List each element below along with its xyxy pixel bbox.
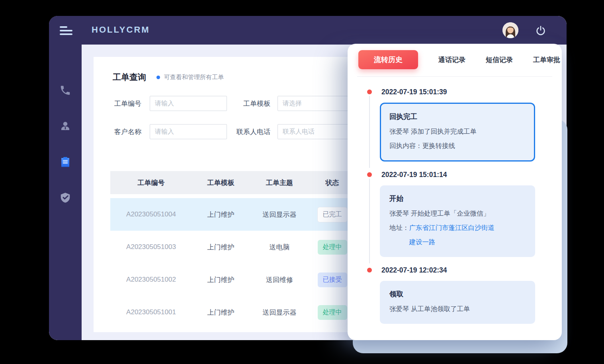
cell-subject: 送回显示器 — [250, 210, 309, 219]
col-header-order-id: 工单编号 — [110, 178, 192, 187]
timeline-connector — [369, 179, 370, 263]
status-badge: 已接受 — [318, 273, 347, 287]
timeline-card-started[interactable]: 开始 张爱琴 开始处理工单「企业微信」 地址： 广东省江门市蓬江区白沙街道 建设… — [380, 185, 535, 257]
timeline-card-line: 回执内容：更换转接线 — [389, 138, 526, 153]
cell-template: 上门维护 — [192, 275, 250, 284]
sidebar-item-calls[interactable] — [59, 84, 72, 97]
cell-subject: 送电脑 — [250, 243, 309, 252]
status-badge: 已完工 — [317, 207, 348, 222]
contacts-icon — [59, 120, 71, 132]
avatar-image — [502, 22, 518, 38]
filter-label-customer: 客户名称 — [114, 127, 150, 136]
timeline-timestamp: 2022-07-19 15:01:39 — [381, 87, 547, 97]
timeline-dot-icon — [367, 90, 372, 94]
table-row[interactable]: A202305051003 上门维护 送电脑 处理中 — [110, 231, 373, 263]
tab-circulation-history[interactable]: 流转历史 — [358, 50, 418, 69]
table-row[interactable]: A202305051002 上门维护 送回维修 已接受 — [110, 263, 373, 296]
tab-call-records[interactable]: 通话记录 — [438, 55, 465, 64]
order-id-input[interactable] — [150, 96, 227, 111]
timeline-card-title: 开始 — [389, 193, 526, 204]
cell-order-id: A202305051002 — [110, 276, 192, 284]
menu-icon[interactable] — [60, 26, 72, 35]
sidebar-nav — [49, 84, 82, 204]
timeline-dot-icon — [367, 172, 372, 177]
page-subtitle: 可查看和管理所有工单 — [164, 74, 224, 81]
workorder-table: 工单编号 工单模板 工单主题 状态 A202305051004 上门维护 送回显… — [110, 171, 373, 329]
orders-icon — [59, 156, 71, 168]
app-logo: HOLLYCRM — [92, 25, 150, 35]
power-icon[interactable] — [536, 25, 546, 36]
sidebar-item-contacts[interactable] — [59, 119, 72, 133]
cell-template: 上门维护 — [192, 210, 250, 219]
customer-name-input[interactable] — [150, 124, 227, 139]
phone-icon — [59, 84, 71, 96]
timeline-connector — [369, 96, 370, 168]
cell-order-id: A202305051004 — [110, 210, 192, 218]
table-header: 工单编号 工单模板 工单主题 状态 — [110, 171, 373, 194]
timeline-timestamp: 2022-07-19 15:01:14 — [381, 169, 547, 180]
cell-subject: 送回维修 — [250, 275, 309, 284]
timeline-entry: 2022-07-19 15:01:39 回执完工 张爱琴 添加了回执并完成工单 … — [367, 87, 547, 162]
timeline-dot-icon — [367, 268, 372, 273]
cell-template: 上门维护 — [192, 308, 250, 317]
subtitle-dot-icon — [156, 76, 160, 79]
timeline-card-title: 领取 — [389, 288, 526, 300]
filter-label-phone: 联系人电话 — [237, 127, 270, 136]
timeline: 2022-07-19 15:01:39 回执完工 张爱琴 添加了回执并完成工单 … — [348, 77, 562, 324]
filter-label-template: 工单模板 — [243, 99, 270, 108]
status-badge: 处理中 — [318, 240, 347, 255]
filter-label-order-id: 工单编号 — [114, 99, 150, 108]
sidebar-item-security[interactable] — [59, 191, 72, 204]
sidebar-item-workorders[interactable] — [59, 155, 72, 169]
table-row[interactable]: A202305051001 上门维护 送回显示器 处理中 — [110, 296, 373, 329]
timeline-card-title: 回执完工 — [389, 111, 526, 123]
timeline-card-line: 张爱琴 从工单池领取了工单 — [389, 302, 526, 316]
tab-workorder-approval[interactable]: 工单审批 — [533, 55, 560, 64]
cell-order-id: A202305051001 — [110, 308, 192, 316]
timeline-entry: 2022-07-19 15:01:14 开始 张爱琴 开始处理工单「企业微信」 … — [367, 169, 547, 257]
tab-sms-records[interactable]: 短信记录 — [486, 55, 513, 64]
timeline-timestamp: 2022-07-19 12:02:34 — [381, 265, 547, 275]
address-link[interactable]: 广东省江门市蓬江区白沙街道 建设一路 — [409, 220, 495, 249]
page-title: 工单查询 — [113, 72, 146, 83]
cell-order-id: A202305051003 — [110, 243, 192, 251]
cell-subject: 送回显示器 — [250, 308, 309, 317]
col-header-template: 工单模板 — [192, 178, 250, 187]
timeline-card-claimed[interactable]: 领取 张爱琴 从工单池领取了工单 — [380, 281, 535, 324]
cell-template: 上门维护 — [192, 243, 250, 252]
user-avatar[interactable] — [502, 22, 518, 38]
security-icon — [59, 192, 71, 204]
timeline-card-completed[interactable]: 回执完工 张爱琴 添加了回执并完成工单 回执内容：更换转接线 — [380, 103, 535, 162]
address-label: 地址： — [389, 220, 409, 249]
col-header-subject: 工单主题 — [250, 178, 309, 187]
status-badge: 处理中 — [318, 305, 347, 320]
panel-tabs: 流转历史 通话记录 短信记录 工单审批 — [348, 44, 562, 69]
timeline-card-line: 张爱琴 添加了回执并完成工单 — [389, 124, 526, 138]
table-row[interactable]: A202305051004 上门维护 送回显示器 已完工 — [110, 198, 373, 231]
timeline-card-line: 张爱琴 开始处理工单「企业微信」 — [389, 206, 526, 220]
timeline-entry: 2022-07-19 12:02:34 领取 张爱琴 从工单池领取了工单 — [367, 265, 547, 324]
template-select-placeholder: 请选择 — [283, 99, 302, 108]
history-panel: 流转历史 通话记录 短信记录 工单审批 2022-07-19 15:01:39 … — [348, 44, 562, 340]
